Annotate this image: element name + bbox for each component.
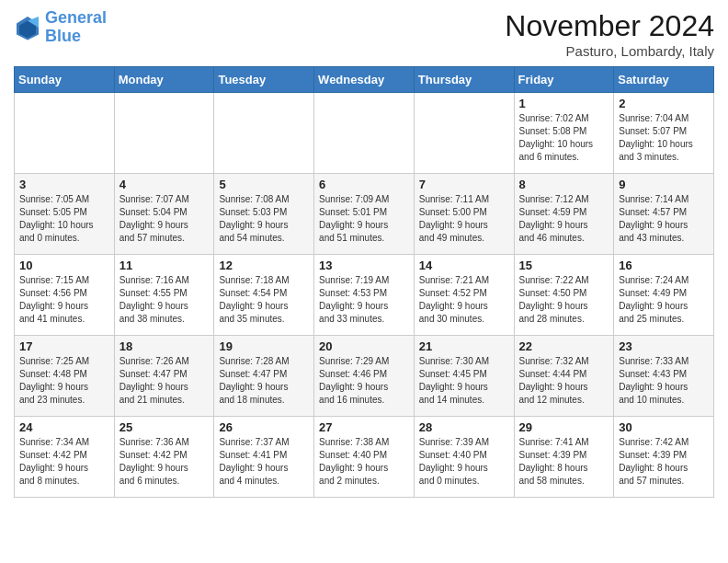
calendar-cell: 11Sunrise: 7:16 AM Sunset: 4:55 PM Dayli… xyxy=(114,255,214,336)
day-info: Sunrise: 7:16 AM Sunset: 4:55 PM Dayligh… xyxy=(119,274,210,326)
calendar-cell: 6Sunrise: 7:09 AM Sunset: 5:01 PM Daylig… xyxy=(314,174,415,255)
calendar-cell: 29Sunrise: 7:41 AM Sunset: 4:39 PM Dayli… xyxy=(514,417,614,498)
day-info: Sunrise: 7:22 AM Sunset: 4:50 PM Dayligh… xyxy=(519,274,609,326)
calendar-cell: 18Sunrise: 7:26 AM Sunset: 4:47 PM Dayli… xyxy=(114,336,214,417)
calendar-week-row: 10Sunrise: 7:15 AM Sunset: 4:56 PM Dayli… xyxy=(15,255,714,336)
calendar-cell: 21Sunrise: 7:30 AM Sunset: 4:45 PM Dayli… xyxy=(414,336,514,417)
day-info: Sunrise: 7:04 AM Sunset: 5:07 PM Dayligh… xyxy=(619,112,709,164)
weekday-header-cell: Friday xyxy=(514,67,614,93)
weekday-header-cell: Saturday xyxy=(614,67,714,93)
day-number: 18 xyxy=(119,339,210,353)
day-number: 15 xyxy=(519,259,609,272)
weekday-header-cell: Monday xyxy=(114,67,214,93)
calendar-cell xyxy=(114,93,214,174)
calendar-cell xyxy=(414,93,514,174)
day-info: Sunrise: 7:11 AM Sunset: 5:00 PM Dayligh… xyxy=(419,193,509,245)
logo: General Blue xyxy=(14,9,107,46)
day-info: Sunrise: 7:28 AM Sunset: 4:47 PM Dayligh… xyxy=(219,355,309,407)
day-info: Sunrise: 7:38 AM Sunset: 4:40 PM Dayligh… xyxy=(319,436,409,488)
day-number: 14 xyxy=(419,259,509,272)
calendar-cell: 1Sunrise: 7:02 AM Sunset: 5:08 PM Daylig… xyxy=(514,93,614,174)
weekday-header-cell: Sunday xyxy=(15,67,115,93)
title-block: November 2024 Pasturo, Lombardy, Italy xyxy=(505,9,714,59)
day-number: 3 xyxy=(19,178,109,191)
weekday-header-cell: Wednesday xyxy=(314,67,415,93)
day-number: 20 xyxy=(319,339,409,353)
calendar-cell: 20Sunrise: 7:29 AM Sunset: 4:46 PM Dayli… xyxy=(314,336,415,417)
day-number: 17 xyxy=(19,339,109,353)
month-title: November 2024 xyxy=(505,9,714,43)
weekday-header-cell: Thursday xyxy=(414,67,514,93)
day-info: Sunrise: 7:34 AM Sunset: 4:42 PM Dayligh… xyxy=(19,436,109,488)
calendar-cell: 12Sunrise: 7:18 AM Sunset: 4:54 PM Dayli… xyxy=(214,255,314,336)
day-info: Sunrise: 7:09 AM Sunset: 5:01 PM Dayligh… xyxy=(319,193,409,245)
day-number: 24 xyxy=(19,420,109,434)
logo-text: General Blue xyxy=(45,9,107,46)
day-info: Sunrise: 7:08 AM Sunset: 5:03 PM Dayligh… xyxy=(219,193,309,245)
day-number: 6 xyxy=(319,178,409,191)
calendar-cell: 7Sunrise: 7:11 AM Sunset: 5:00 PM Daylig… xyxy=(414,174,514,255)
weekday-header-cell: Tuesday xyxy=(214,67,314,93)
calendar-cell: 30Sunrise: 7:42 AM Sunset: 4:39 PM Dayli… xyxy=(614,417,714,498)
day-number: 28 xyxy=(419,420,509,434)
calendar-week-row: 1Sunrise: 7:02 AM Sunset: 5:08 PM Daylig… xyxy=(15,93,714,174)
day-info: Sunrise: 7:29 AM Sunset: 4:46 PM Dayligh… xyxy=(319,355,409,407)
calendar-cell: 22Sunrise: 7:32 AM Sunset: 4:44 PM Dayli… xyxy=(514,336,614,417)
calendar-cell xyxy=(214,93,314,174)
day-number: 23 xyxy=(619,339,709,353)
day-number: 5 xyxy=(219,178,309,191)
day-number: 29 xyxy=(519,420,609,434)
calendar-cell: 16Sunrise: 7:24 AM Sunset: 4:49 PM Dayli… xyxy=(614,255,714,336)
day-number: 22 xyxy=(519,339,609,353)
calendar-cell: 25Sunrise: 7:36 AM Sunset: 4:42 PM Dayli… xyxy=(114,417,214,498)
calendar-cell xyxy=(15,93,115,174)
day-number: 4 xyxy=(119,178,210,191)
day-number: 13 xyxy=(319,259,409,272)
day-info: Sunrise: 7:32 AM Sunset: 4:44 PM Dayligh… xyxy=(519,355,609,407)
day-info: Sunrise: 7:30 AM Sunset: 4:45 PM Dayligh… xyxy=(419,355,509,407)
calendar-cell: 14Sunrise: 7:21 AM Sunset: 4:52 PM Dayli… xyxy=(414,255,514,336)
day-info: Sunrise: 7:21 AM Sunset: 4:52 PM Dayligh… xyxy=(419,274,509,326)
calendar-cell: 15Sunrise: 7:22 AM Sunset: 4:50 PM Dayli… xyxy=(514,255,614,336)
calendar-table: SundayMondayTuesdayWednesdayThursdayFrid… xyxy=(14,66,714,498)
day-number: 25 xyxy=(119,420,210,434)
day-info: Sunrise: 7:33 AM Sunset: 4:43 PM Dayligh… xyxy=(619,355,709,407)
day-info: Sunrise: 7:07 AM Sunset: 5:04 PM Dayligh… xyxy=(119,193,210,245)
day-number: 26 xyxy=(219,420,309,434)
day-number: 10 xyxy=(19,259,109,272)
page-header: General Blue November 2024 Pasturo, Lomb… xyxy=(14,9,714,59)
day-info: Sunrise: 7:12 AM Sunset: 4:59 PM Dayligh… xyxy=(519,193,609,245)
calendar-cell: 10Sunrise: 7:15 AM Sunset: 4:56 PM Dayli… xyxy=(15,255,115,336)
calendar-cell: 17Sunrise: 7:25 AM Sunset: 4:48 PM Dayli… xyxy=(15,336,115,417)
calendar-body: 1Sunrise: 7:02 AM Sunset: 5:08 PM Daylig… xyxy=(15,93,714,498)
calendar-cell: 2Sunrise: 7:04 AM Sunset: 5:07 PM Daylig… xyxy=(614,93,714,174)
calendar-week-row: 3Sunrise: 7:05 AM Sunset: 5:05 PM Daylig… xyxy=(15,174,714,255)
calendar-cell: 4Sunrise: 7:07 AM Sunset: 5:04 PM Daylig… xyxy=(114,174,214,255)
calendar-cell: 3Sunrise: 7:05 AM Sunset: 5:05 PM Daylig… xyxy=(15,174,115,255)
day-number: 7 xyxy=(419,178,509,191)
calendar-cell: 28Sunrise: 7:39 AM Sunset: 4:40 PM Dayli… xyxy=(414,417,514,498)
day-info: Sunrise: 7:02 AM Sunset: 5:08 PM Dayligh… xyxy=(519,112,609,164)
calendar-week-row: 17Sunrise: 7:25 AM Sunset: 4:48 PM Dayli… xyxy=(15,336,714,417)
day-number: 21 xyxy=(419,339,509,353)
day-number: 1 xyxy=(519,97,609,110)
logo-icon xyxy=(14,14,41,41)
calendar-week-row: 24Sunrise: 7:34 AM Sunset: 4:42 PM Dayli… xyxy=(15,417,714,498)
day-number: 9 xyxy=(619,178,709,191)
calendar-cell: 8Sunrise: 7:12 AM Sunset: 4:59 PM Daylig… xyxy=(514,174,614,255)
day-number: 11 xyxy=(119,259,210,272)
calendar-cell: 5Sunrise: 7:08 AM Sunset: 5:03 PM Daylig… xyxy=(214,174,314,255)
day-number: 30 xyxy=(619,420,709,434)
day-info: Sunrise: 7:36 AM Sunset: 4:42 PM Dayligh… xyxy=(119,436,210,488)
day-info: Sunrise: 7:14 AM Sunset: 4:57 PM Dayligh… xyxy=(619,193,709,245)
day-number: 2 xyxy=(619,97,709,110)
logo-line2: Blue xyxy=(45,27,81,45)
logo-line1: General xyxy=(45,8,107,27)
day-info: Sunrise: 7:41 AM Sunset: 4:39 PM Dayligh… xyxy=(519,436,609,488)
day-info: Sunrise: 7:05 AM Sunset: 5:05 PM Dayligh… xyxy=(19,193,109,245)
day-info: Sunrise: 7:15 AM Sunset: 4:56 PM Dayligh… xyxy=(19,274,109,326)
calendar-cell xyxy=(314,93,415,174)
calendar-cell: 13Sunrise: 7:19 AM Sunset: 4:53 PM Dayli… xyxy=(314,255,415,336)
day-info: Sunrise: 7:19 AM Sunset: 4:53 PM Dayligh… xyxy=(319,274,409,326)
calendar-cell: 9Sunrise: 7:14 AM Sunset: 4:57 PM Daylig… xyxy=(614,174,714,255)
